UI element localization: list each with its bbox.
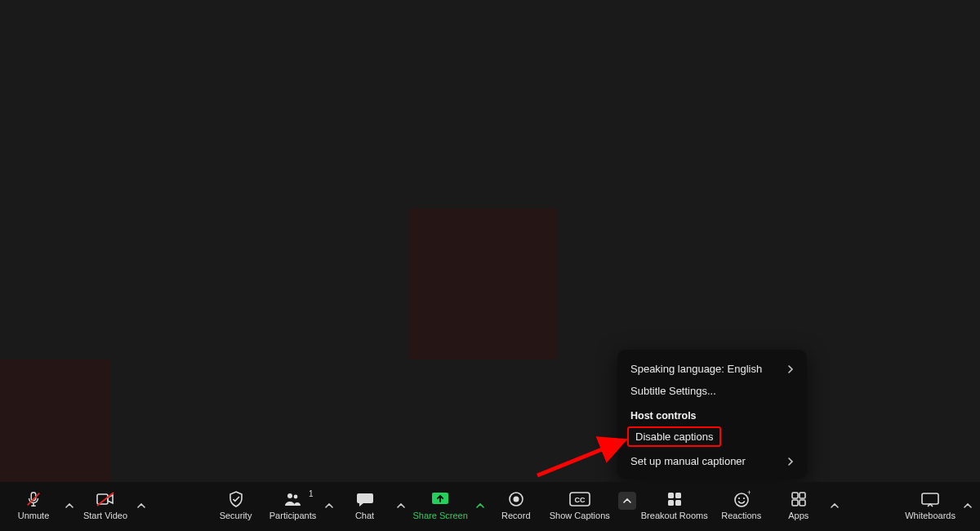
svg-point-9 xyxy=(513,497,519,502)
menu-item-disable-captions[interactable]: Disable captions xyxy=(627,426,721,447)
menu-item-label: Subtitle Settings... xyxy=(630,385,716,397)
menu-item-subtitle-settings[interactable]: Subtitle Settings... xyxy=(617,380,807,402)
svg-rect-23 xyxy=(800,500,805,506)
breakout-rooms-icon xyxy=(664,490,685,508)
apps-options-caret[interactable] xyxy=(827,503,842,526)
menu-item-speaking-language[interactable]: Speaking language: English xyxy=(617,358,807,380)
svg-point-16 xyxy=(735,493,748,506)
share-options-caret[interactable] xyxy=(473,503,488,526)
toolbar-label: Show Captions xyxy=(550,510,610,521)
svg-text:+: + xyxy=(747,490,751,497)
toolbar-label: Whiteboards xyxy=(905,510,956,521)
svg-rect-24 xyxy=(922,493,938,504)
whiteboards-button[interactable]: Whiteboards xyxy=(900,487,960,526)
video-tile xyxy=(0,359,110,482)
svg-rect-13 xyxy=(675,493,681,498)
share-screen-button[interactable]: Share Screen xyxy=(408,487,473,526)
participants-options-caret[interactable] xyxy=(322,503,336,526)
participants-button[interactable]: 1 Participants xyxy=(265,487,322,526)
menu-item-manual-captioner[interactable]: Set up manual captioner xyxy=(617,450,807,472)
audio-options-caret[interactable] xyxy=(62,503,77,526)
toolbar-label: Participants xyxy=(270,510,316,521)
chat-options-caret[interactable] xyxy=(394,503,408,526)
menu-section-header: Host controls xyxy=(617,402,807,425)
security-button[interactable]: Security xyxy=(207,487,265,526)
chat-button[interactable]: Chat xyxy=(336,487,394,526)
menu-item-label: Set up manual captioner xyxy=(630,455,746,467)
toolbar-label: Record xyxy=(501,510,530,521)
chat-icon xyxy=(354,490,376,508)
svg-rect-14 xyxy=(668,500,674,506)
participants-count: 1 xyxy=(309,489,314,500)
whiteboard-icon xyxy=(920,490,941,508)
meeting-toolbar: Unmute Start Video Security xyxy=(0,482,980,531)
toolbar-group-right: Whiteboards xyxy=(900,487,975,526)
svg-point-6 xyxy=(293,495,297,499)
reactions-icon: + xyxy=(731,490,752,508)
svg-text:CC: CC xyxy=(574,496,585,504)
participants-icon xyxy=(283,490,304,508)
start-video-button[interactable]: Start Video xyxy=(77,487,134,526)
svg-rect-22 xyxy=(792,500,798,506)
svg-rect-20 xyxy=(792,493,798,498)
svg-rect-15 xyxy=(675,500,681,506)
toolbar-label: Breakout Rooms xyxy=(641,510,708,521)
show-captions-button[interactable]: CC Show Captions xyxy=(545,487,615,526)
svg-rect-21 xyxy=(800,493,805,498)
video-options-caret[interactable] xyxy=(134,503,149,526)
captions-options-caret[interactable] xyxy=(618,492,636,510)
camera-off-icon xyxy=(95,490,116,508)
captions-options-menu: Speaking language: English Subtitle Sett… xyxy=(617,350,807,479)
chevron-right-icon xyxy=(788,365,794,373)
apps-icon xyxy=(788,490,809,508)
reactions-button[interactable]: + Reactions xyxy=(713,487,770,526)
svg-point-5 xyxy=(287,493,292,498)
toolbar-group-left: Unmute Start Video xyxy=(5,487,149,526)
video-tile xyxy=(410,208,557,359)
share-screen-icon xyxy=(430,490,451,508)
video-area xyxy=(0,0,980,482)
breakout-rooms-button[interactable]: Breakout Rooms xyxy=(636,487,713,526)
menu-item-label: Speaking language: English xyxy=(630,363,762,375)
toolbar-label: Share Screen xyxy=(413,510,468,521)
shield-icon xyxy=(225,490,247,508)
toolbar-label: Apps xyxy=(788,510,808,521)
menu-item-label: Disable captions xyxy=(635,431,713,443)
unmute-button[interactable]: Unmute xyxy=(5,487,62,526)
svg-point-18 xyxy=(743,498,745,499)
record-icon xyxy=(506,490,527,508)
microphone-muted-icon xyxy=(23,490,44,508)
whiteboards-options-caret[interactable] xyxy=(960,503,975,526)
svg-rect-12 xyxy=(668,493,674,498)
toolbar-group-center: Security 1 Participants Chat xyxy=(207,487,842,526)
toolbar-label: Reactions xyxy=(721,510,761,521)
svg-point-17 xyxy=(738,498,740,499)
toolbar-label: Unmute xyxy=(18,510,50,521)
closed-captions-icon: CC xyxy=(569,490,590,508)
toolbar-label: Security xyxy=(220,510,252,521)
apps-button[interactable]: Apps xyxy=(770,487,827,526)
record-button[interactable]: Record xyxy=(488,487,545,526)
toolbar-label: Chat xyxy=(355,510,374,521)
chevron-right-icon xyxy=(788,457,794,466)
toolbar-label: Start Video xyxy=(83,510,127,521)
